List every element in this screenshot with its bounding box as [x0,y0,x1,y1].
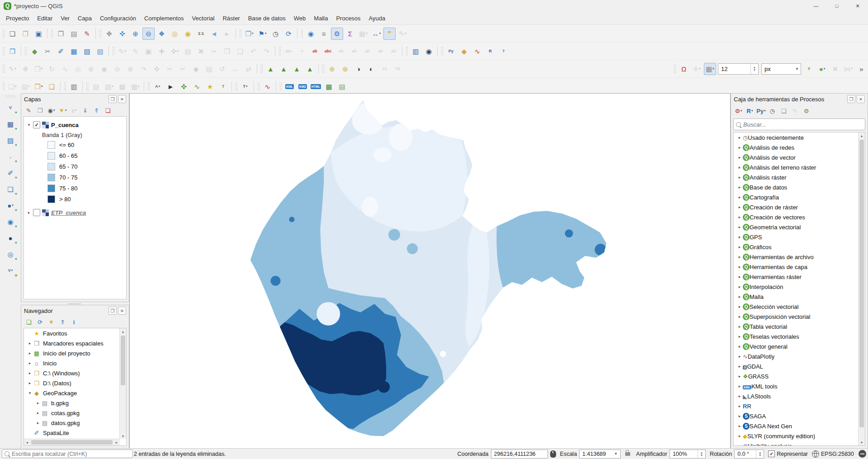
filter-legend-button[interactable]: ▼▾ [57,105,68,116]
toolbox-group-teselas-vectoriales[interactable]: ▸QTeselas vectoriales [734,331,859,341]
toolbox-group-gps[interactable]: ▸QGPS [734,232,859,242]
undo-button[interactable]: ↶ [247,45,259,57]
toolbar-drag-handle[interactable] [5,95,15,98]
lock-icon[interactable] [625,452,630,456]
zoom-last-button[interactable]: ◄ [208,28,220,40]
layer-diagram-button[interactable]: ◔ [296,45,308,57]
expander-icon[interactable]: ▸ [27,371,33,375]
copy-style-button[interactable]: ❐▾ [33,80,45,93]
toolbox-search-input[interactable] [741,121,863,128]
pin-labels-button[interactable]: ab [309,45,321,57]
toolbox-group-usado-recientemente[interactable]: ▸◷Usado recientemente [734,132,859,142]
line-annotation-button[interactable]: ∿ [191,80,203,93]
browser-item-spatialite[interactable]: ✐SpatiaLite [24,428,120,438]
label-rules-button[interactable]: abc [322,45,334,57]
zoom-native-button[interactable]: 1:1 [195,28,207,40]
toolbox-group-saga[interactable]: ▸SSAGA [734,411,859,421]
expander-icon[interactable]: ▸ [736,294,743,299]
expander-icon[interactable]: ▾ [27,391,33,395]
simplify-feature-button[interactable]: ∿ [59,63,71,75]
toolbox-group-visibility-analysis[interactable]: ▸◉Visibility analysis [734,441,859,445]
new-shapefile-layer-rail-button[interactable]: V✱▾ [4,264,17,277]
regular-polygon-tool-button[interactable]: Ya [378,63,391,75]
expander-icon[interactable]: ▸ [736,165,743,170]
delete-selected-button[interactable]: ✖ [195,45,207,57]
new-shapefile-layer-button[interactable]: ✂ [42,45,54,57]
layer-checkbox[interactable] [33,209,40,216]
open-project-button[interactable]: ❒ [19,28,32,40]
toolbar-drag-handle[interactable] [257,81,260,91]
refresh-browser-button[interactable]: ⟳ [35,317,45,327]
toolbox-group-herramientas-r-ster[interactable]: ▸QHerramientas ráster [734,272,859,282]
text-annotation-tool-button[interactable]: T▾ [239,80,251,93]
redo-button[interactable]: ↷ [260,45,273,57]
expander-icon[interactable]: ▸ [736,404,743,408]
menu-proyecto[interactable]: Proyecto [2,12,33,24]
rotation-spinbox[interactable]: 0.0 ° ▲▼ [734,450,764,459]
copy-features-button[interactable]: ❐ [221,45,233,57]
processing-toolbox-button[interactable]: ⚙ [331,28,343,40]
expander-icon[interactable]: ▸ [736,334,743,339]
snapping-on-grid-button[interactable]: ▦▾ [704,63,716,75]
toolbox-group-kml-tools[interactable]: ▸KMLKML tools [734,381,859,391]
osm-place-search-button[interactable]: ◆ [458,45,470,57]
toolbar-drag-handle[interactable] [2,28,5,38]
style-manager-button[interactable]: ✎ [81,28,93,40]
expander-icon[interactable]: ▸ [35,421,41,425]
toolbox-group-gr-ficos[interactable]: ▸QGráficos [734,242,859,252]
circle-3points-tool-button[interactable]: ⊕ [339,63,351,75]
toolbox-group-slyr-community-edition-[interactable]: ▸◆SLYR (community edition) [734,431,859,441]
enable-snapping-button[interactable]: Ω [678,63,690,75]
expander-icon[interactable]: ▸ [736,344,743,349]
new-map-view-button[interactable]: ❐▾ [243,28,255,40]
export-html-button[interactable]: HTML [310,80,322,93]
magnifier-spinbox[interactable]: 100% ▲▼ [670,450,706,459]
menu-capa[interactable]: Capa [74,12,96,24]
merge-attributes-button[interactable]: ▤ [203,63,215,75]
expander-icon[interactable]: ▸ [736,374,743,379]
move-feature-button[interactable]: ✥ [19,63,32,75]
expander-icon[interactable]: ▸ [736,135,743,140]
offset-curve-button[interactable]: ↷ [137,63,150,75]
locator-box[interactable] [2,450,133,458]
spin-arrows[interactable]: ▲▼ [756,450,764,458]
temporal-controller-button[interactable]: ◷ [269,28,282,40]
zoom-in-button[interactable]: ⊕ [129,28,142,40]
snap-units-combo[interactable]: px▼ [761,63,801,75]
zoom-out-button[interactable]: ⊖ [142,28,155,40]
expander-icon[interactable]: ▸ [736,284,743,289]
expander-icon[interactable]: ▸ [736,274,743,279]
export-kmz-button[interactable]: KMZ [297,80,309,93]
browser-item-datos-gpkg[interactable]: ▸▤datos.gpkg [24,418,120,428]
toolbar-drag-handle[interactable] [147,81,150,91]
georeferencer-button[interactable]: ▩ [116,80,128,93]
toggle-editing-button[interactable]: ✎ [129,45,142,57]
add-virtual-layer-button[interactable]: ❏+ [4,182,17,196]
menu-complementos[interactable]: Complementos [140,12,188,24]
expander-icon[interactable]: ▸ [736,424,743,428]
layers-panel-close-button[interactable]: ✕ [118,95,126,103]
browser-horizontal-scrollbar[interactable]: ◄ ► [24,439,120,445]
menu-configuración[interactable]: Configuración [96,12,140,24]
remove-layer-button[interactable]: ❏ [103,105,113,116]
add-postgis-layer-button[interactable]: ●+▾ [4,199,17,212]
scroll-down-arrow[interactable]: ▼ [120,433,126,439]
browser-properties-button[interactable]: i [69,317,79,327]
extents-icon[interactable] [550,450,556,458]
toolbox-group-superposici-n-vectorial[interactable]: ▸QSuperposición vectorial [734,312,859,322]
locator-input[interactable] [9,450,130,458]
add-spatialite-layer-button[interactable]: ✐+ [4,166,17,180]
toolbar-drag-handle[interactable] [112,46,115,56]
expander-icon[interactable]: ▸ [736,394,743,398]
scroll-thumb[interactable] [859,140,864,427]
map-tips-button[interactable]: ❞ [383,28,396,40]
toolbox-group-malla[interactable]: ▸QMalla [734,292,859,302]
new-geopackage-layer-button[interactable]: ◆ [28,45,41,57]
expander-icon[interactable]: ▸ [35,401,41,405]
delete-ring-button[interactable]: ⊖ [111,63,123,75]
add-delimited-text-layer-button[interactable]: ,+ [4,150,17,163]
expander-icon[interactable]: ▸ [736,265,743,269]
browser-vertical-scrollbar[interactable]: ▲ ▼ [119,328,126,439]
expander-icon[interactable]: ▸ [736,175,743,180]
toolbar-drag-handle[interactable] [300,28,303,38]
